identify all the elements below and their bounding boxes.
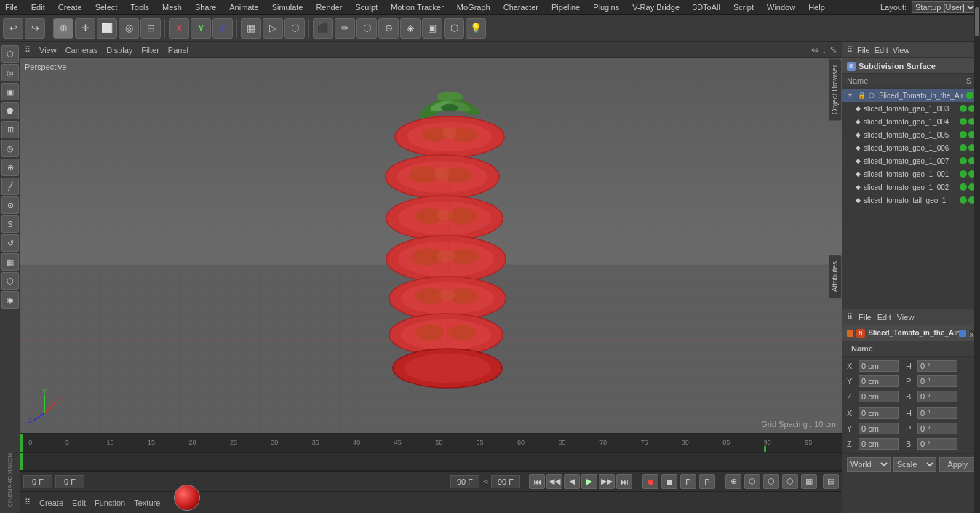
- generator-btn[interactable]: ⬡: [444, 18, 464, 39]
- start-frame-input[interactable]: [23, 475, 52, 488]
- attr-z-pos[interactable]: [859, 391, 899, 402]
- attr-y-pos2[interactable]: [859, 423, 899, 434]
- deformer-btn[interactable]: ◈: [400, 18, 421, 39]
- menu-sculpt[interactable]: Sculpt: [354, 3, 381, 12]
- attributes-side-tab[interactable]: Attributes: [829, 255, 842, 298]
- menu-window[interactable]: Window: [765, 3, 797, 12]
- pen-btn[interactable]: ✏: [335, 18, 355, 39]
- menu-file[interactable]: File: [3, 3, 20, 12]
- record-btn[interactable]: ⏺: [642, 474, 658, 489]
- left-tool-2[interactable]: ◎: [1, 64, 19, 81]
- attr-menu-edit[interactable]: Edit: [877, 313, 891, 322]
- menu-create[interactable]: Create: [56, 3, 84, 12]
- subdivide-btn[interactable]: ⬡: [356, 18, 377, 39]
- expand-timeline-btn[interactable]: ▦: [801, 474, 817, 489]
- menu-edit[interactable]: Edit: [29, 3, 47, 12]
- mat-menu-function[interactable]: Function: [95, 498, 125, 507]
- obj-menu-view[interactable]: View: [893, 46, 910, 55]
- viewport-link-icon[interactable]: ⇔: [811, 44, 819, 55]
- left-tool-5[interactable]: ⊞: [1, 121, 19, 138]
- viewport-tab-panel[interactable]: Panel: [168, 46, 188, 55]
- attr-z-pos2[interactable]: [859, 438, 899, 450]
- left-tool-14[interactable]: ◉: [1, 291, 19, 309]
- left-tool-1[interactable]: ⬡: [1, 45, 19, 63]
- left-tool-13[interactable]: ⬡: [1, 272, 19, 290]
- move-tool[interactable]: ✛: [75, 18, 95, 39]
- menu-simulate[interactable]: Simulate: [270, 3, 306, 12]
- menu-mograph[interactable]: MoGraph: [455, 3, 493, 12]
- go-to-end-btn[interactable]: ⏭: [616, 474, 632, 489]
- attr-b-rot2[interactable]: [917, 438, 957, 450]
- menu-motion-tracker[interactable]: Motion Tracker: [389, 3, 446, 12]
- attr-y-pos[interactable]: [859, 375, 899, 387]
- mat-menu-edit[interactable]: Edit: [72, 498, 86, 507]
- loop-btn[interactable]: P: [680, 474, 696, 489]
- keyframe-btn[interactable]: ⊕: [725, 474, 741, 489]
- obj-item-007[interactable]: ◆ sliced_tomato_geo_1_007: [851, 154, 980, 167]
- attr-x-pos2[interactable]: [859, 407, 899, 419]
- object-browser-side-tab[interactable]: Object Browser: [829, 58, 842, 121]
- menu-character[interactable]: Character: [501, 3, 541, 12]
- menu-render[interactable]: Render: [314, 3, 344, 12]
- viewport-tab-cameras[interactable]: Cameras: [65, 46, 98, 55]
- obj-item-root[interactable]: ▼ 🔒 ⬡ Sliced_Tomato_in_the_Air SD: [842, 89, 980, 102]
- attr-h-rot2[interactable]: [917, 407, 957, 419]
- material-preview-area[interactable]: sliced_t...: [169, 485, 205, 513]
- loop-all-btn[interactable]: P: [699, 474, 715, 489]
- obj-menu-edit[interactable]: Edit: [875, 46, 888, 55]
- attr-menu-view[interactable]: View: [897, 313, 915, 322]
- attr-x-pos[interactable]: [859, 360, 899, 372]
- obj-item-tail[interactable]: ◆ sliced_tomato_tail_geo_1: [851, 194, 980, 207]
- attr-p-rot[interactable]: [917, 375, 957, 387]
- x-axis-btn[interactable]: X: [169, 18, 189, 39]
- nurbs-btn[interactable]: ▣: [422, 18, 442, 39]
- current-frame-display[interactable]: [55, 475, 84, 488]
- cube-btn[interactable]: ⬛: [313, 18, 333, 39]
- auto-key-btn[interactable]: ⬡: [744, 474, 760, 489]
- viewport-tab-view[interactable]: View: [39, 46, 57, 55]
- attr-menu-file[interactable]: File: [859, 313, 872, 322]
- menu-share[interactable]: Share: [193, 3, 218, 12]
- left-tool-8[interactable]: ╱: [1, 178, 19, 195]
- material-item[interactable]: sliced_t...: [172, 485, 202, 513]
- left-tool-7[interactable]: ⊕: [1, 159, 19, 176]
- position-key-btn[interactable]: ⬡: [782, 474, 798, 489]
- timeline-ruler[interactable]: 0 5 10 15 20 25 30 35 40 45 50 55 60 65 …: [20, 434, 842, 453]
- scale-dropdown[interactable]: Scale: [893, 457, 937, 472]
- render-viewport-btn[interactable]: ▷: [263, 18, 283, 39]
- left-tool-4[interactable]: ⬟: [1, 102, 19, 119]
- transform-tool[interactable]: ⊞: [140, 18, 161, 39]
- left-tool-9[interactable]: ⊙: [1, 196, 19, 214]
- menu-select[interactable]: Select: [93, 3, 120, 12]
- attr-p-rot2[interactable]: [917, 423, 957, 434]
- obj-item-002[interactable]: ◆ sliced_tomato_geo_1_002: [851, 180, 980, 194]
- viewport-down-icon[interactable]: ↓: [822, 44, 827, 55]
- stop-btn[interactable]: ⏹: [661, 474, 677, 489]
- spline-btn[interactable]: ⊕: [378, 18, 399, 39]
- attr-b-rot[interactable]: [917, 391, 957, 402]
- viewport-tab-filter[interactable]: Filter: [141, 46, 159, 55]
- menu-mesh[interactable]: Mesh: [160, 3, 184, 12]
- undo-button[interactable]: ↩: [3, 18, 23, 39]
- attr-h-rot[interactable]: [917, 360, 957, 372]
- timeline-track[interactable]: [20, 453, 842, 472]
- world-dropdown[interactable]: World: [847, 457, 891, 472]
- menu-pipeline[interactable]: Pipeline: [549, 3, 582, 12]
- light-btn[interactable]: 💡: [466, 18, 486, 39]
- obj-menu-file[interactable]: File: [857, 46, 870, 55]
- obj-item-001[interactable]: ◆ sliced_tomato_geo_1_001: [851, 167, 980, 180]
- layout-dropdown[interactable]: Startup [User]: [912, 1, 977, 13]
- render-region-btn[interactable]: ▦: [241, 18, 261, 39]
- object-browser-tab-label[interactable]: Object Browser: [829, 58, 842, 121]
- go-to-start-btn[interactable]: ⏮: [529, 474, 545, 489]
- obj-manager-scrollbar[interactable]: [974, 42, 980, 309]
- menu-plugins[interactable]: Plugins: [591, 3, 621, 12]
- viewport-tab-display[interactable]: Display: [106, 46, 132, 55]
- fps-display[interactable]: [450, 475, 479, 488]
- menu-help[interactable]: Help: [806, 3, 827, 12]
- attributes-tab-label[interactable]: Attributes: [829, 255, 842, 298]
- obj-item-006[interactable]: ◆ sliced_tomato_geo_1_006: [851, 141, 980, 154]
- viewport-expand-icon[interactable]: ⤡: [829, 44, 837, 55]
- obj-item-004[interactable]: ◆ sliced_tomato_geo_1_004: [851, 115, 980, 128]
- menu-script[interactable]: Script: [731, 3, 756, 12]
